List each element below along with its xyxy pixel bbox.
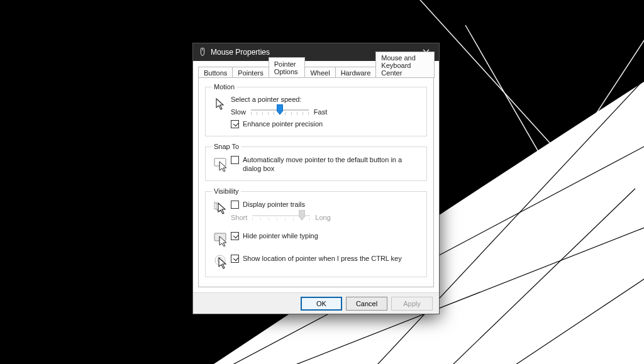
- pointer-speed-slider[interactable]: [251, 107, 309, 117]
- tab-hardware[interactable]: Hardware: [335, 67, 377, 78]
- enhance-precision-checkbox[interactable]: Enhance pointer precision: [231, 119, 420, 128]
- group-snap-to-legend: Snap To: [212, 143, 241, 150]
- display-trails-checkbox[interactable]: Display pointer trails: [231, 200, 420, 209]
- tab-wheel[interactable]: Wheel: [304, 67, 335, 78]
- mouse-properties-dialog: Mouse Properties Buttons Pointers Pointe…: [192, 43, 440, 314]
- checkbox-icon: [231, 120, 239, 128]
- group-visibility: Visibility: [205, 187, 427, 277]
- motion-pointer-icon: [212, 96, 231, 112]
- group-motion: Motion Select a pointer speed: Slow: [205, 83, 427, 136]
- cancel-button[interactable]: Cancel: [346, 297, 387, 311]
- hide-typing-checkbox[interactable]: Hide pointer while typing: [231, 231, 420, 240]
- checkbox-icon: [231, 255, 239, 263]
- ok-button[interactable]: OK: [301, 297, 342, 311]
- tab-strip: Buttons Pointers Pointer Options Wheel H…: [198, 65, 434, 77]
- show-ctrl-checkbox[interactable]: Show location of pointer when I press th…: [231, 254, 420, 263]
- select-speed-label: Select a pointer speed:: [231, 96, 420, 103]
- checkbox-icon: [231, 156, 239, 164]
- checkbox-icon: [231, 232, 239, 240]
- show-ctrl-icon: [212, 253, 231, 269]
- svg-marker-0: [277, 104, 283, 114]
- display-trails-label: Display pointer trails: [243, 200, 305, 209]
- hide-typing-icon: [212, 230, 231, 246]
- snap-to-icon: [212, 155, 231, 172]
- tab-page-pointer-options: Motion Select a pointer speed: Slow: [198, 77, 434, 287]
- enhance-precision-label: Enhance pointer precision: [243, 119, 323, 128]
- checkbox-icon: [231, 201, 239, 209]
- tab-buttons[interactable]: Buttons: [198, 67, 233, 78]
- speed-fast-label: Fast: [314, 108, 327, 116]
- hide-typing-label: Hide pointer while typing: [243, 231, 318, 240]
- mouse-icon: [198, 48, 207, 57]
- client-area: Buttons Pointers Pointer Options Wheel H…: [193, 61, 439, 292]
- tab-pointers[interactable]: Pointers: [232, 67, 269, 78]
- trails-short-label: Short: [231, 214, 247, 221]
- tab-mouse-keyboard-center[interactable]: Mouse and Keyboard Center: [375, 52, 435, 78]
- apply-button[interactable]: Apply: [391, 297, 433, 311]
- dialog-footer: OK Cancel Apply: [193, 292, 439, 314]
- trails-long-label: Long: [315, 214, 330, 221]
- speed-slow-label: Slow: [231, 108, 246, 116]
- group-motion-legend: Motion: [212, 83, 236, 91]
- group-snap-to: Snap To Automatically move pointer to th…: [205, 143, 427, 181]
- svg-marker-2: [299, 210, 305, 220]
- trails-icon: [212, 200, 231, 216]
- auto-move-label: Automatically move pointer to the defaul…: [243, 155, 420, 173]
- show-ctrl-label: Show location of pointer when I press th…: [243, 254, 402, 263]
- group-visibility-legend: Visibility: [212, 187, 241, 195]
- tab-pointer-options[interactable]: Pointer Options: [269, 57, 306, 77]
- auto-move-checkbox[interactable]: Automatically move pointer to the defaul…: [231, 155, 420, 173]
- pointer-trails-slider: [252, 212, 310, 223]
